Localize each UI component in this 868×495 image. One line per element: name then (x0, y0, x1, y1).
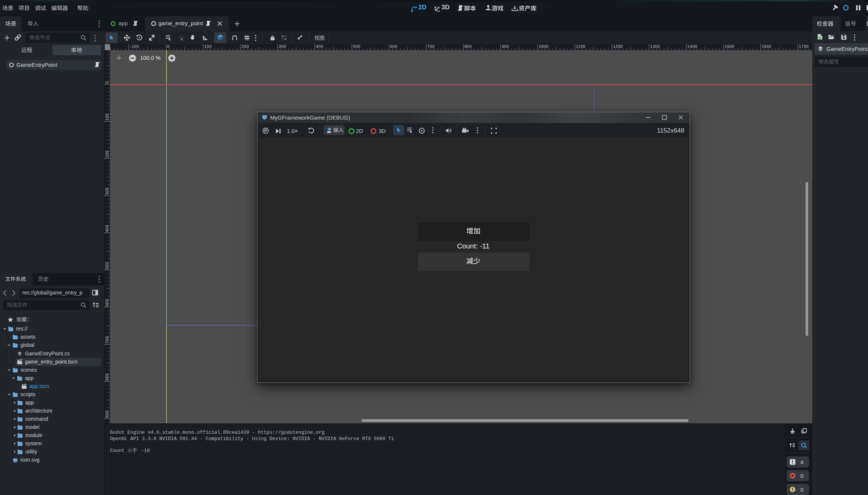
svg-text:C#: C# (18, 353, 22, 355)
svg-text:C#: C# (819, 48, 823, 51)
